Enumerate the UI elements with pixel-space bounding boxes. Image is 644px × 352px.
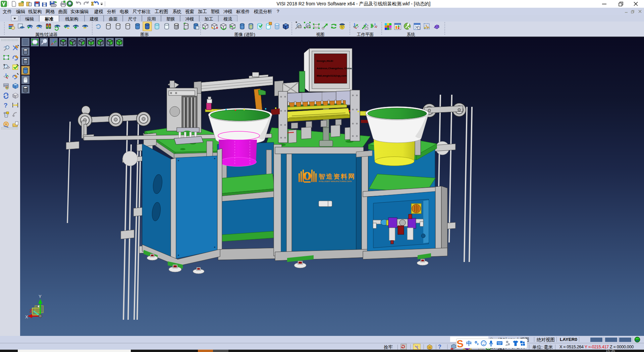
svg-text:Y: Y xyxy=(39,294,42,299)
svg-text:?: ? xyxy=(4,102,8,109)
svg-text:INTELLIGENT MANUFACTURING DATA: INTELLIGENT MANUFACTURING DATA xyxy=(319,180,352,182)
svg-text:1:1: 1:1 xyxy=(315,25,318,28)
svg-text:智造资料网: 智造资料网 xyxy=(318,173,356,180)
svg-text:Address,Changzhou, China: Address,Changzhou, China xyxy=(317,67,352,70)
svg-text:Design,XILEI: Design,XILEI xyxy=(317,59,333,62)
svg-text:中: 中 xyxy=(466,340,472,347)
svg-text:X: X xyxy=(25,314,28,319)
svg-text:Mail,wegle313@qq.com: Mail,wegle313@qq.com xyxy=(317,74,347,77)
svg-text:?: ? xyxy=(438,344,441,350)
svg-text:S: S xyxy=(456,339,464,348)
svg-text:Z: Z xyxy=(30,308,32,313)
svg-text:7: 7 xyxy=(508,343,509,346)
